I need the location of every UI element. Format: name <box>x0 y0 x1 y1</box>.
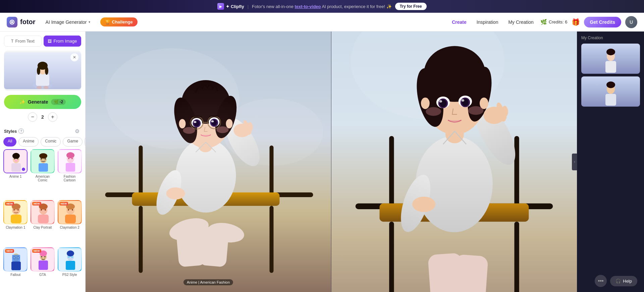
style-item-anime1[interactable]: Anime 1 <box>3 149 28 197</box>
svg-rect-111 <box>514 136 519 208</box>
tab-bar: T From Text 🖼 From Image <box>0 32 85 47</box>
count-value: 2 <box>41 114 44 120</box>
svg-rect-74 <box>270 206 274 273</box>
ai-generator-button[interactable]: AI Image Generator ▾ <box>42 18 94 26</box>
style-label-clayportrait: Clay Portrait <box>33 226 52 229</box>
gift-icon[interactable]: 🎁 <box>572 18 580 26</box>
style-grid: Anime 1 American Comic <box>0 149 85 292</box>
svg-point-17 <box>17 159 18 160</box>
style-thumb-claymation1: NEW <box>3 200 28 224</box>
new-badge-gta: NEW <box>32 249 41 253</box>
right-sidebar-title: My Creation <box>581 36 640 40</box>
style-item-gta[interactable]: NEW GTA <box>31 247 55 292</box>
nav-inspiration[interactable]: Inspiration <box>477 19 498 25</box>
new-badge-claymation1: NEW <box>5 202 14 206</box>
fashion-preview <box>58 150 82 173</box>
style-label-anime1: Anime 1 <box>9 175 22 178</box>
ps2-preview <box>58 248 82 272</box>
svg-point-143 <box>606 49 615 55</box>
wand-icon: ✨ <box>19 99 25 105</box>
top-banner: ▶ ✦ Clipfly | Fotor's new all-in-one tex… <box>0 0 644 13</box>
realistic-image <box>331 32 577 292</box>
user-avatar[interactable]: U <box>625 16 637 28</box>
svg-point-9 <box>37 86 42 89</box>
from-image-tab[interactable]: 🖼 From Image <box>44 36 81 47</box>
style-item-ps2[interactable]: PS2 Style <box>57 247 82 292</box>
svg-rect-45 <box>65 215 76 223</box>
filter-comic[interactable]: Comic <box>41 137 61 147</box>
svg-rect-63 <box>66 261 75 270</box>
creation-thumb-2[interactable] <box>581 76 640 107</box>
challenge-button[interactable]: 🏆 Challenge <box>100 17 138 26</box>
leaf-icon: 🌿 <box>540 19 547 25</box>
fotor-logo-text: fotor <box>20 18 36 26</box>
header-right: 🌿 Credits: 6 🎁 Get Credits U <box>540 16 637 28</box>
nav-create[interactable]: Create <box>452 19 467 25</box>
style-item-clayportrait[interactable]: NEW Clay Portrait <box>31 200 55 245</box>
comic-preview <box>31 150 55 173</box>
from-text-tab[interactable]: T From Text <box>4 36 42 47</box>
generate-button[interactable]: ✨ Generate 🌿 -2 <box>4 95 81 109</box>
svg-rect-73 <box>139 206 143 273</box>
bottom-bar: ••• 🎧 Help <box>595 275 637 287</box>
svg-point-8 <box>45 67 48 75</box>
svg-rect-110 <box>389 136 394 208</box>
svg-point-22 <box>41 158 42 160</box>
style-item-fallout[interactable]: NEW Fallout <box>3 247 28 292</box>
count-decrease-button[interactable]: − <box>28 112 37 122</box>
filter-game[interactable]: Game <box>63 137 83 147</box>
style-label-gta: GTA <box>39 273 46 277</box>
nav-my-creation[interactable]: My Creation <box>508 19 533 25</box>
style-item-claymation2[interactable]: NEW Claymation 2 <box>57 200 82 245</box>
new-badge-claymation2: NEW <box>59 202 68 206</box>
style-thumb-fashion <box>58 149 82 173</box>
creation-thumb-1[interactable] <box>581 44 640 74</box>
style-thumb-claymation2: NEW <box>58 200 82 224</box>
image-label-overlay: Anime | American Fashion <box>183 279 233 285</box>
style-label-claymation2: Claymation 2 <box>60 226 79 229</box>
style-thumb-comic <box>31 149 55 173</box>
left-sidebar: T From Text 🖼 From Image <box>0 32 86 292</box>
svg-rect-81 <box>199 227 229 268</box>
svg-rect-113 <box>389 222 394 292</box>
svg-point-94 <box>211 120 214 122</box>
styles-help-icon[interactable]: ? <box>18 128 24 134</box>
center-area: Anime | American Fashion <box>86 32 577 292</box>
style-thumb-gta: NEW <box>31 247 55 272</box>
filter-anime[interactable]: Anime <box>18 137 39 147</box>
sidebar-collapse-button[interactable]: ‹ <box>572 154 577 170</box>
creation-thumb-2-img <box>597 80 624 107</box>
image-tab-icon: 🖼 <box>48 39 52 44</box>
right-image-panel <box>331 32 577 292</box>
image-upload-area[interactable]: ✕ <box>4 51 81 91</box>
svg-point-20 <box>39 153 47 159</box>
svg-point-26 <box>66 152 74 158</box>
style-item-claymation1[interactable]: NEW Claymation 1 <box>3 200 28 245</box>
try-for-free-button[interactable]: Try for Free <box>395 3 427 10</box>
get-credits-button[interactable]: Get Credits <box>584 17 621 27</box>
svg-rect-119 <box>452 254 488 292</box>
svg-rect-21 <box>39 163 48 172</box>
svg-point-99 <box>226 119 233 128</box>
dots-icon: ••• <box>598 278 604 284</box>
svg-point-40 <box>41 209 42 211</box>
filter-more-button[interactable]: › <box>85 137 85 147</box>
style-item-fashion[interactable]: Fashion Cartoon <box>57 149 82 197</box>
new-badge-fallout: NEW <box>5 249 14 253</box>
svg-rect-27 <box>66 163 75 172</box>
svg-point-16 <box>14 159 15 160</box>
styles-header-row: Styles ? ⚙ <box>0 125 85 137</box>
clipfly-icon: ▶ <box>217 3 224 10</box>
left-image-panel: Anime | American Fashion <box>86 32 331 292</box>
banner-separator: | <box>248 4 249 9</box>
styles-settings-icon[interactable]: ⚙ <box>73 127 81 135</box>
svg-rect-64 <box>68 256 70 258</box>
count-increase-button[interactable]: + <box>48 112 57 122</box>
more-options-button[interactable]: ••• <box>595 275 607 287</box>
filter-all[interactable]: All <box>3 137 16 147</box>
new-badge-clayportrait: NEW <box>32 202 41 206</box>
delete-upload-button[interactable]: ✕ <box>70 53 78 61</box>
help-button[interactable]: 🎧 Help <box>610 276 637 286</box>
style-item-comic[interactable]: American Comic <box>31 149 55 197</box>
svg-point-59 <box>44 256 46 257</box>
